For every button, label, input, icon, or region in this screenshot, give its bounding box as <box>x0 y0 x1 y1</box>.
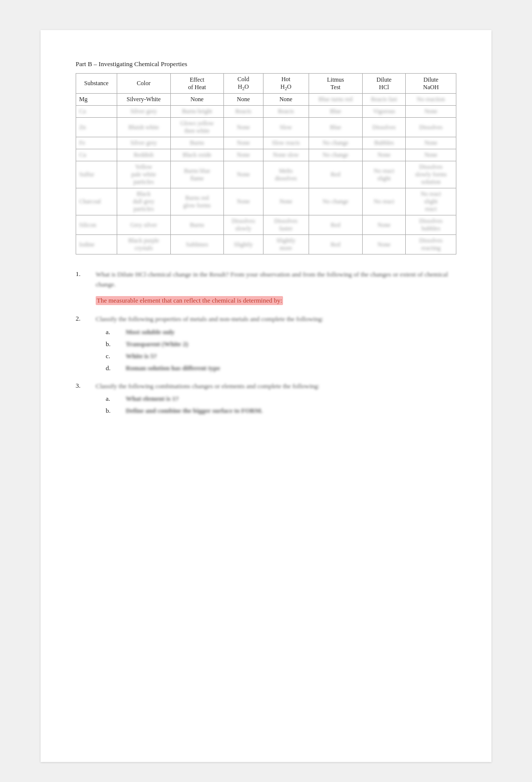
table-row: Sulfur Yellowpale whiteparticles Burns b… <box>76 161 456 188</box>
cell-cold-h2o: Reacts <box>223 106 263 118</box>
cell-cold-h2o: None <box>223 94 263 106</box>
cell-litmus: Red <box>309 215 362 235</box>
cell-substance: Ca <box>76 106 117 118</box>
table-row: Ca Silver grey Burns bright Reacts React… <box>76 106 456 118</box>
cell-substance: Zn <box>76 118 117 137</box>
cell-cold-h2o: None <box>223 149 263 161</box>
cell-color: Black purplecrystals <box>117 235 170 254</box>
cell-litmus: Blue <box>309 118 362 137</box>
page: Part B – Investigating Chemical Properti… <box>41 30 491 762</box>
cell-dilute-naoh: No reaction <box>406 94 456 106</box>
sub-d-letter: d. <box>106 364 120 372</box>
cell-dilute-naoh: None <box>406 137 456 149</box>
cell-litmus: No change <box>309 149 362 161</box>
sub-3a-text: What element is 1? <box>126 395 179 403</box>
cell-dilute-hcl: Vigorous <box>362 106 405 118</box>
cell-effect-of-heat: Burns redglow forms <box>170 188 223 215</box>
col-effect-of-heat: Effectof Heat <box>170 74 223 94</box>
cell-dilute-hcl: None <box>362 235 405 254</box>
cell-color: Reddish <box>117 149 170 161</box>
cell-litmus: Blue turns red <box>309 94 362 106</box>
cell-cold-h2o: Dissolvesslowly <box>223 215 263 235</box>
sub-3b-letter: b. <box>106 407 120 415</box>
cell-litmus: Red <box>309 235 362 254</box>
cell-cold-h2o: None <box>223 137 263 149</box>
cell-dilute-naoh: Dissolvesreacting <box>406 235 456 254</box>
cell-effect-of-heat: Burns bright <box>170 106 223 118</box>
cell-color: Bluish white <box>117 118 170 137</box>
cell-litmus: Blue <box>309 106 362 118</box>
sub-c-text: White is 5? <box>126 352 157 360</box>
cell-cold-h2o: None <box>223 161 263 188</box>
col-dilute-naoh: DiluteNaOH <box>406 74 456 94</box>
question-3: 3. Classify the following combinations c… <box>76 381 456 415</box>
cell-hot-h2o: None <box>263 94 309 106</box>
cell-effect-of-heat: Sublimes <box>170 235 223 254</box>
cell-substance: Mg <box>76 94 117 106</box>
cell-substance: Charcoal <box>76 188 117 215</box>
cell-hot-h2o: Reacts <box>263 106 309 118</box>
table-row: Fe Silver grey Burns None Slow reacts No… <box>76 137 456 149</box>
cell-dilute-hcl: No reactslight <box>362 161 405 188</box>
question-1-text: What is Dilute HCl chemical change in th… <box>96 270 456 289</box>
cell-dilute-hcl: Bubbles <box>362 137 405 149</box>
cell-dilute-hcl: Reacts fast <box>362 94 405 106</box>
table-row: Mg Silvery-White None None None Blue tur… <box>76 94 456 106</box>
col-hot-h2o: HotH2O <box>263 74 309 94</box>
cell-cold-h2o: None <box>223 188 263 215</box>
cell-dilute-naoh: Dissolvesslowly formssolution <box>406 161 456 188</box>
section-title: Part B – Investigating Chemical Properti… <box>76 60 456 68</box>
col-cold-h2o: ColdH2O <box>223 74 263 94</box>
col-litmus: LitmusTest <box>309 74 362 94</box>
col-substance: Substance <box>76 74 117 94</box>
cell-substance: Silicon <box>76 215 117 235</box>
cell-substance: Cu <box>76 149 117 161</box>
question-2-sub-b: b. Transparent (White 2) <box>96 340 456 348</box>
cell-effect-of-heat: Burns blueflame <box>170 161 223 188</box>
cell-hot-h2o: Slow reacts <box>263 137 309 149</box>
cell-dilute-naoh: No reactslightreact <box>406 188 456 215</box>
cell-litmus: No change <box>309 188 362 215</box>
sub-3b-text: Define and combine the bigger surface to… <box>126 407 262 415</box>
cell-dilute-naoh: Dissolvesbubbles <box>406 215 456 235</box>
sub-a-letter: a. <box>106 328 120 336</box>
cell-substance: Fe <box>76 137 117 149</box>
cell-substance: Iodine <box>76 235 117 254</box>
cell-color: Grey silver <box>117 215 170 235</box>
cell-hot-h2o: Dissolvesfaster <box>263 215 309 235</box>
cell-color: Yellowpale whiteparticles <box>117 161 170 188</box>
sub-b-letter: b. <box>106 340 120 348</box>
cell-hot-h2o: None slow <box>263 149 309 161</box>
question-2-sub-c: c. White is 5? <box>96 352 456 360</box>
table-row: Iodine Black purplecrystals Sublimes Sli… <box>76 235 456 254</box>
cell-color: Blackdull greyparticles <box>117 188 170 215</box>
cell-hot-h2o: Slow <box>263 118 309 137</box>
table-row: Charcoal Blackdull greyparticles Burns r… <box>76 188 456 215</box>
question-1-answer: The measurable element that can reflect … <box>96 296 283 305</box>
cell-substance: Sulfur <box>76 161 117 188</box>
sub-c-letter: c. <box>106 352 120 360</box>
cell-effect-of-heat: Burns <box>170 215 223 235</box>
cell-effect-of-heat: Burns <box>170 137 223 149</box>
question-3-sub-a: a. What element is 1? <box>96 395 456 403</box>
cell-dilute-hcl: None <box>362 215 405 235</box>
cell-dilute-naoh: None <box>406 106 456 118</box>
cell-dilute-hcl: Dissolves <box>362 118 405 137</box>
question-2-number: 2. <box>76 314 90 372</box>
question-2-sub-d: d. Roman solution has different type <box>96 364 456 372</box>
sub-3a-letter: a. <box>106 395 120 403</box>
sub-b-text: Transparent (White 2) <box>126 340 188 348</box>
cell-effect-of-heat: Glows yellowthen white <box>170 118 223 137</box>
cell-color: Silver grey <box>117 137 170 149</box>
sub-d-text: Roman solution has different type <box>126 364 220 372</box>
cell-dilute-naoh: None <box>406 149 456 161</box>
col-dilute-hcl: DiluteHCl <box>362 74 405 94</box>
question-2-text: Classify the following properties of met… <box>96 314 456 324</box>
cell-color: Silver grey <box>117 106 170 118</box>
table-row: Silicon Grey silver Burns Dissolvesslowl… <box>76 215 456 235</box>
cell-litmus: No change <box>309 137 362 149</box>
cell-cold-h2o: None <box>223 118 263 137</box>
question-3-number: 3. <box>76 381 90 415</box>
questions-section: 1. What is Dilute HCl chemical change in… <box>76 270 456 415</box>
question-3-sub-b: b. Define and combine the bigger surface… <box>96 407 456 415</box>
